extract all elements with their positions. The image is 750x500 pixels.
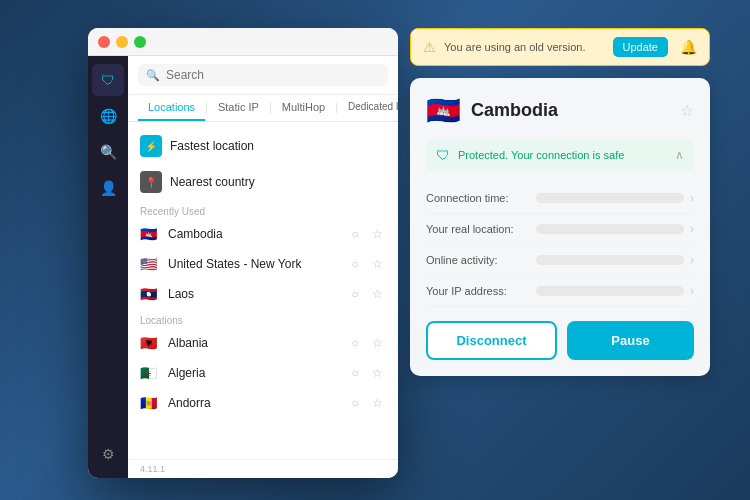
shield-icon: 🛡 <box>436 147 450 163</box>
fastest-location-item[interactable]: ⚡ Fastest location <box>128 128 398 164</box>
close-button[interactable] <box>98 36 110 48</box>
chevron-up-icon[interactable]: ∧ <box>675 148 684 162</box>
pause-button[interactable]: Pause <box>567 321 694 360</box>
search-input-wrap: 🔍 <box>138 64 388 86</box>
albania-star-btn[interactable]: ☆ <box>368 334 386 352</box>
ip-address-label: Your IP address: <box>426 285 536 297</box>
sidebar-icon-panel: 🛡 🌐 🔍 👤 ⚙ <box>88 56 128 478</box>
algeria-connect-btn[interactable]: ○ <box>346 364 364 382</box>
list-item[interactable]: 🇰🇭 Cambodia ○ ☆ <box>128 219 398 249</box>
maximize-button[interactable] <box>134 36 146 48</box>
laos-actions: ○ ☆ <box>346 285 386 303</box>
laos-connect-btn[interactable]: ○ <box>346 285 364 303</box>
fastest-label: Fastest location <box>170 139 386 153</box>
tab-static-ip[interactable]: Static IP <box>208 95 269 121</box>
real-location-chevron: › <box>690 222 694 236</box>
laos-star-btn[interactable]: ☆ <box>368 285 386 303</box>
recently-used-label: Recently Used <box>128 200 398 219</box>
connection-time-chevron: › <box>690 191 694 205</box>
search-bar: 🔍 <box>128 56 398 95</box>
online-activity-chevron: › <box>690 253 694 267</box>
laos-name: Laos <box>168 287 338 301</box>
algeria-name: Algeria <box>168 366 338 380</box>
ip-address-value <box>536 286 684 296</box>
nearest-country-item[interactable]: 📍 Nearest country <box>128 164 398 200</box>
us-star-btn[interactable]: ☆ <box>368 255 386 273</box>
tabs-row: Locations | Static IP | MultiHop | Dedic… <box>128 95 398 122</box>
locations-section-label: Locations <box>128 309 398 328</box>
sidebar-icon-user[interactable]: 👤 <box>92 172 124 204</box>
albania-connect-btn[interactable]: ○ <box>346 334 364 352</box>
cambodia-name: Cambodia <box>168 227 338 241</box>
old-version-banner: ⚠ You are using an old version. Update 🔔 <box>410 28 710 66</box>
title-bar <box>88 28 398 56</box>
albania-actions: ○ ☆ <box>346 334 386 352</box>
list-item[interactable]: 🇩🇿 Algeria ○ ☆ <box>128 358 398 388</box>
connection-card: 🇰🇭 Cambodia ☆ 🛡 Protected. Your connecti… <box>410 78 710 376</box>
nearest-label: Nearest country <box>170 175 386 189</box>
cambodia-flag: 🇰🇭 <box>140 227 160 241</box>
action-row: Disconnect Pause <box>426 321 694 360</box>
laos-flag: 🇱🇦 <box>140 287 160 301</box>
protected-row: 🛡 Protected. Your connection is safe ∧ <box>426 139 694 171</box>
cambodia-actions: ○ ☆ <box>346 225 386 243</box>
connection-country: Cambodia <box>471 100 670 121</box>
right-panel: ⚠ You are using an old version. Update 🔔… <box>410 28 710 376</box>
sidebar-icon-shield[interactable]: 🛡 <box>92 64 124 96</box>
sidebar-icon-search[interactable]: 🔍 <box>92 136 124 168</box>
sidebar-icon-world[interactable]: 🌐 <box>92 100 124 132</box>
banner-text: You are using an old version. <box>444 40 605 54</box>
albania-flag: 🇦🇱 <box>140 336 160 350</box>
sidebar-icon-settings[interactable]: ⚙ <box>92 438 124 470</box>
location-list: ⚡ Fastest location 📍 Nearest country Rec… <box>128 122 398 459</box>
cambodia-connect-btn[interactable]: ○ <box>346 225 364 243</box>
andorra-star-btn[interactable]: ☆ <box>368 394 386 412</box>
connection-flag: 🇰🇭 <box>426 94 461 127</box>
fastest-icon: ⚡ <box>140 135 162 157</box>
favorite-star-icon[interactable]: ☆ <box>680 101 694 120</box>
us-connect-btn[interactable]: ○ <box>346 255 364 273</box>
algeria-actions: ○ ☆ <box>346 364 386 382</box>
main-panel: 🔍 Locations | Static IP | MultiHop | Ded… <box>128 56 398 478</box>
connection-time-value <box>536 193 684 203</box>
online-activity-value <box>536 255 684 265</box>
connection-time-label: Connection time: <box>426 192 536 204</box>
protected-text: Protected. Your connection is safe <box>458 149 667 161</box>
search-input[interactable] <box>166 68 380 82</box>
list-item[interactable]: 🇦🇱 Albania ○ ☆ <box>128 328 398 358</box>
andorra-actions: ○ ☆ <box>346 394 386 412</box>
update-button[interactable]: Update <box>613 37 668 57</box>
list-item[interactable]: 🇦🇩 Andorra ○ ☆ <box>128 388 398 418</box>
andorra-connect-btn[interactable]: ○ <box>346 394 364 412</box>
connection-time-row: Connection time: › <box>426 183 694 214</box>
online-activity-row[interactable]: Online activity: › <box>426 245 694 276</box>
warning-icon: ⚠ <box>423 39 436 55</box>
app-body: 🛡 🌐 🔍 👤 ⚙ 🔍 Locations | Static IP | <box>88 56 398 478</box>
tab-multihop[interactable]: MultiHop <box>272 95 335 121</box>
us-flag: 🇺🇸 <box>140 257 160 271</box>
disconnect-button[interactable]: Disconnect <box>426 321 557 360</box>
tab-dedicated-ip[interactable]: Dedicated IP <box>338 95 398 121</box>
ip-address-row[interactable]: Your IP address: › <box>426 276 694 307</box>
us-actions: ○ ☆ <box>346 255 386 273</box>
albania-name: Albania <box>168 336 338 350</box>
bell-icon[interactable]: 🔔 <box>680 39 697 55</box>
real-location-row[interactable]: Your real location: › <box>426 214 694 245</box>
algeria-flag: 🇩🇿 <box>140 366 160 380</box>
nearest-icon: 📍 <box>140 171 162 193</box>
list-item[interactable]: 🇺🇸 United States - New York ○ ☆ <box>128 249 398 279</box>
app-window: 🛡 🌐 🔍 👤 ⚙ 🔍 Locations | Static IP | <box>88 28 398 478</box>
andorra-flag: 🇦🇩 <box>140 396 160 410</box>
andorra-name: Andorra <box>168 396 338 410</box>
search-icon: 🔍 <box>146 69 160 82</box>
online-activity-label: Online activity: <box>426 254 536 266</box>
tab-locations[interactable]: Locations <box>138 95 205 121</box>
list-item[interactable]: 🇱🇦 Laos ○ ☆ <box>128 279 398 309</box>
us-name: United States - New York <box>168 257 338 271</box>
version-label: 4.11.1 <box>128 459 398 478</box>
real-location-label: Your real location: <box>426 223 536 235</box>
minimize-button[interactable] <box>116 36 128 48</box>
cambodia-star-btn[interactable]: ☆ <box>368 225 386 243</box>
algeria-star-btn[interactable]: ☆ <box>368 364 386 382</box>
connection-header: 🇰🇭 Cambodia ☆ <box>426 94 694 127</box>
